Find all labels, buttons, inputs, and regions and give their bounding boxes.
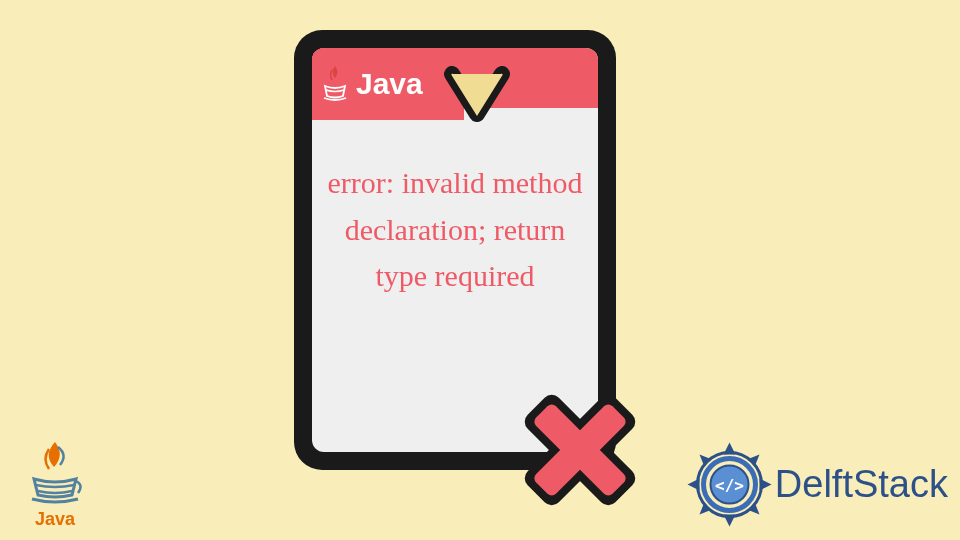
svg-text:</>: </> xyxy=(715,476,744,495)
svg-text:Java: Java xyxy=(35,509,76,529)
java-logo-bottom: Java xyxy=(20,437,90,532)
java-cup-icon xyxy=(320,64,350,104)
notch-border xyxy=(444,66,510,124)
java-tab-label: Java xyxy=(356,67,423,101)
java-tab: Java xyxy=(312,48,464,120)
delftstack-logo: </> DelftStack xyxy=(682,437,948,532)
delft-gear-icon: </> xyxy=(682,437,777,532)
error-x-icon xyxy=(500,370,660,530)
delftstack-text: DelftStack xyxy=(775,463,948,506)
error-message: error: invalid method declaration; retur… xyxy=(326,160,584,300)
